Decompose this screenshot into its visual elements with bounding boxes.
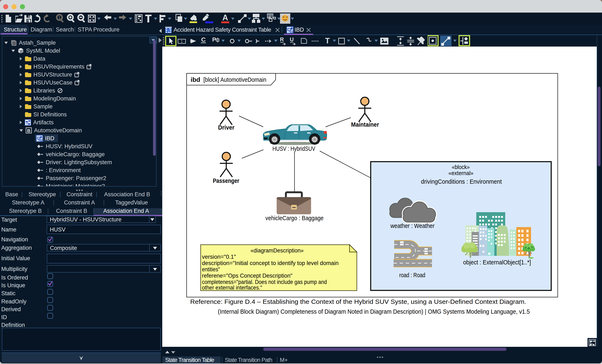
svg-text:«diagramDescription»: «diagramDescription» bbox=[251, 247, 304, 254]
svg-text:(Internal Block Diagram) Compl: (Internal Block Diagram) Completeness of… bbox=[218, 308, 530, 315]
svg-text:T: T bbox=[325, 36, 330, 45]
svg-text:1: 1 bbox=[58, 15, 60, 20]
svg-text:weather : Weather: weather : Weather bbox=[390, 222, 434, 229]
svg-text:U: U bbox=[290, 36, 294, 42]
svg-text:object : ExternalObject[1..*]: object : ExternalObject[1..*] bbox=[463, 259, 531, 266]
svg-text:«block»: «block» bbox=[452, 164, 470, 170]
svg-text:A: A bbox=[222, 13, 228, 22]
svg-text:[block] AutomotiveDomain: [block] AutomotiveDomain bbox=[204, 76, 266, 83]
svg-text:referene="Ops Concept Descript: referene="Ops Concept Description" bbox=[202, 272, 292, 279]
svg-text:R: R bbox=[280, 36, 284, 42]
svg-text:road : Road: road : Road bbox=[399, 272, 425, 279]
svg-text:other external interfaces.": other external interfaces." bbox=[202, 284, 262, 291]
svg-text:drivingConditions : Environmen: drivingConditions : Environment bbox=[421, 178, 502, 185]
svg-text:entities": entities" bbox=[202, 266, 220, 273]
svg-text:B: B bbox=[27, 128, 31, 133]
svg-text:P: P bbox=[212, 36, 216, 43]
svg-text:Passenger: Passenger bbox=[213, 177, 239, 184]
svg-text:«external»: «external» bbox=[449, 170, 473, 176]
svg-text:Reference: Figure D.4 – Establ: Reference: Figure D.4 – Establishing the… bbox=[190, 298, 526, 305]
svg-text:ibd: ibd bbox=[191, 76, 200, 83]
svg-text:Driver: Driver bbox=[218, 124, 235, 131]
svg-text:C: C bbox=[201, 36, 206, 43]
svg-text:A: A bbox=[167, 28, 170, 33]
svg-text:vehicleCargo : Baggage: vehicleCargo : Baggage bbox=[266, 215, 324, 221]
svg-text:description="Initial concept t: description="Initial concept to identify… bbox=[202, 260, 339, 266]
svg-text:version="0.1": version="0.1" bbox=[202, 253, 236, 260]
svg-text:Maintainer: Maintainer bbox=[351, 121, 379, 128]
svg-text:HUSV : HybridSUV: HUSV : HybridSUV bbox=[272, 145, 315, 152]
